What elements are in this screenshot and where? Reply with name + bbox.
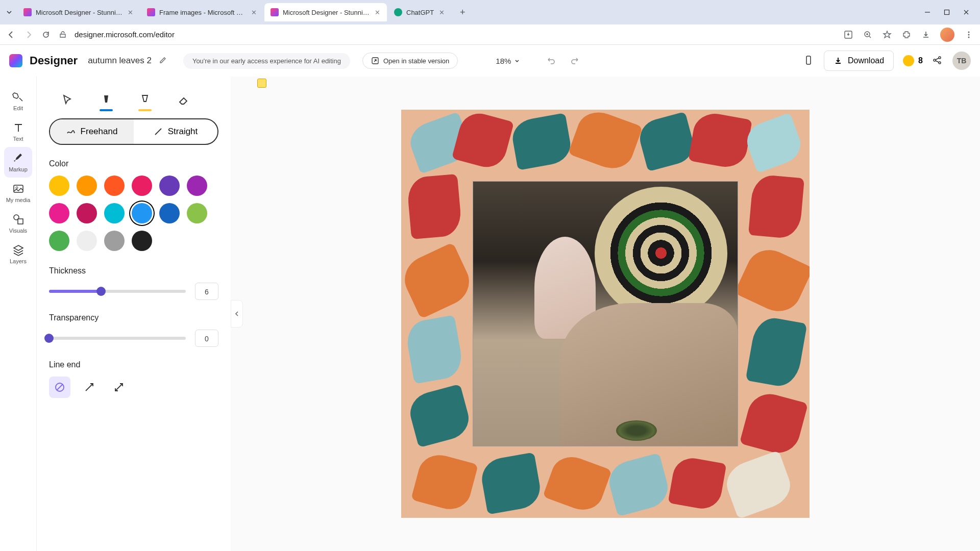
- menu-icon[interactable]: [964, 30, 974, 40]
- svg-line-16: [155, 129, 161, 135]
- thickness-value[interactable]: 6: [195, 283, 218, 300]
- canvas-area[interactable]: [231, 77, 980, 551]
- color-swatch[interactable]: [104, 176, 125, 196]
- markup-icon: [12, 152, 24, 164]
- tab-title: ChatGPT: [406, 9, 434, 16]
- rail-layers[interactable]: Layers: [0, 239, 36, 269]
- browser-tab[interactable]: ChatGPT ✕: [388, 3, 451, 21]
- highlighter-tool[interactable]: [137, 91, 153, 109]
- document-name[interactable]: autumn leaves 2: [88, 56, 152, 66]
- bookmark-icon[interactable]: [882, 30, 892, 40]
- collapse-panel-button[interactable]: [231, 300, 243, 328]
- lineend-arrow[interactable]: [79, 377, 100, 398]
- close-icon[interactable]: ✕: [250, 9, 257, 16]
- color-swatch[interactable]: [132, 203, 152, 223]
- app-header: Designer autumn leaves 2 You're in our e…: [0, 45, 980, 77]
- browser-tab-active[interactable]: Microsoft Designer - Stunning ✕: [264, 3, 387, 21]
- color-swatch[interactable]: [159, 176, 180, 196]
- close-window-icon[interactable]: [963, 9, 970, 16]
- close-icon[interactable]: ✕: [374, 9, 381, 16]
- forward-button[interactable]: [23, 30, 34, 40]
- double-arrow-icon: [113, 382, 125, 393]
- design-canvas[interactable]: [401, 110, 810, 518]
- install-app-icon[interactable]: [843, 30, 853, 40]
- cat-subject: [488, 232, 738, 446]
- color-swatch[interactable]: [49, 231, 69, 251]
- color-swatch[interactable]: [49, 176, 69, 196]
- open-stable-button[interactable]: Open in stable version: [362, 53, 458, 69]
- color-swatch[interactable]: [132, 176, 152, 196]
- lineend-double-arrow[interactable]: [108, 377, 130, 398]
- mobile-preview-icon[interactable]: [803, 55, 815, 66]
- svg-point-10: [939, 57, 941, 59]
- svg-point-13: [16, 187, 18, 189]
- redo-button[interactable]: [570, 56, 580, 66]
- marker-tool[interactable]: [98, 91, 114, 109]
- svg-rect-8: [806, 56, 811, 64]
- draw-mode-toggle: Freehand Straight: [49, 118, 218, 145]
- site-info-icon[interactable]: [58, 30, 67, 39]
- color-swatch[interactable]: [77, 176, 97, 196]
- color-swatch[interactable]: [77, 231, 97, 251]
- select-tool[interactable]: [59, 91, 76, 109]
- lineend-none[interactable]: [49, 377, 70, 398]
- back-button[interactable]: [6, 30, 16, 40]
- new-tab-button[interactable]: +: [455, 5, 470, 19]
- color-swatch[interactable]: [159, 203, 180, 223]
- rail-edit[interactable]: Edit: [0, 86, 36, 116]
- color-swatch[interactable]: [104, 231, 125, 251]
- user-avatar[interactable]: TB: [952, 52, 971, 70]
- transparency-slider[interactable]: [49, 337, 186, 340]
- media-icon: [12, 183, 24, 195]
- eraser-icon: [178, 94, 190, 106]
- zoom-icon[interactable]: [863, 30, 873, 40]
- share-icon[interactable]: [932, 55, 943, 66]
- reload-button[interactable]: [41, 30, 51, 40]
- layers-icon: [12, 244, 24, 256]
- straight-mode[interactable]: Straight: [134, 119, 217, 144]
- downloads-icon[interactable]: [921, 30, 931, 40]
- rail-text[interactable]: Text: [0, 116, 36, 147]
- tab-search-dropdown[interactable]: [4, 7, 14, 17]
- close-icon[interactable]: ✕: [127, 9, 134, 16]
- minimize-icon[interactable]: [924, 9, 931, 16]
- address-bar: designer.microsoft.com/editor: [0, 24, 980, 45]
- close-icon[interactable]: ✕: [438, 9, 445, 16]
- rail-mymedia[interactable]: My media: [0, 178, 36, 208]
- browser-tab[interactable]: Microsoft Designer - Stunning ✕: [17, 3, 140, 21]
- color-swatch[interactable]: [187, 176, 207, 196]
- thickness-slider[interactable]: [49, 290, 186, 293]
- none-icon: [54, 382, 65, 393]
- profile-avatar[interactable]: [940, 28, 954, 42]
- left-rail: Edit Text Markup My media Visuals Layers: [0, 77, 37, 551]
- url-text[interactable]: designer.microsoft.com/editor: [75, 30, 836, 39]
- straight-icon: [154, 127, 163, 136]
- color-swatch[interactable]: [49, 203, 69, 223]
- slider-thumb[interactable]: [96, 287, 106, 296]
- undo-button[interactable]: [546, 56, 556, 66]
- slider-thumb[interactable]: [44, 334, 54, 343]
- svg-point-4: [968, 31, 970, 33]
- color-palette: [49, 176, 218, 251]
- download-button[interactable]: Download: [824, 51, 894, 71]
- color-swatch[interactable]: [77, 203, 97, 223]
- color-swatch[interactable]: [132, 231, 152, 251]
- tab-favicon: [23, 8, 32, 16]
- app-name: Designer: [30, 54, 78, 67]
- transparency-value[interactable]: 0: [195, 330, 218, 347]
- zoom-control[interactable]: 18%: [496, 57, 520, 65]
- color-swatch[interactable]: [187, 203, 207, 223]
- color-label: Color: [49, 159, 218, 168]
- maximize-icon[interactable]: [943, 9, 950, 16]
- credits-display[interactable]: 8: [903, 55, 923, 66]
- eraser-tool[interactable]: [176, 91, 192, 109]
- browser-tab[interactable]: Frame images - Microsoft Des ✕: [141, 3, 263, 21]
- color-swatch[interactable]: [104, 203, 125, 223]
- extensions-icon[interactable]: [901, 30, 912, 40]
- freehand-mode[interactable]: Freehand: [50, 119, 134, 144]
- rail-markup[interactable]: Markup: [4, 147, 32, 178]
- app-logo-icon[interactable]: [9, 54, 22, 67]
- rename-icon[interactable]: [159, 56, 168, 65]
- rail-visuals[interactable]: Visuals: [0, 208, 36, 239]
- chevron-left-icon: [234, 311, 240, 317]
